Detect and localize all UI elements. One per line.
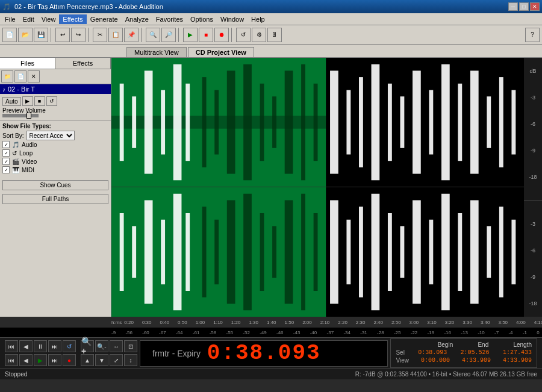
- ruler-3-50: 3:50: [498, 320, 508, 325]
- bt-record-bottom[interactable]: ●: [63, 354, 76, 366]
- volume-thumb[interactable]: [26, 113, 31, 119]
- menu-favorites[interactable]: Favorites: [152, 14, 187, 24]
- stop-button[interactable]: ■: [34, 96, 45, 106]
- zoom-in-h[interactable]: 🔍+: [81, 340, 94, 352]
- db-3-bot: -3: [531, 221, 535, 227]
- svg-rect-26: [458, 84, 462, 161]
- panel-icon-close[interactable]: ✕: [28, 70, 40, 82]
- menu-view[interactable]: View: [38, 14, 60, 24]
- tb-help[interactable]: ?: [525, 28, 540, 42]
- svg-rect-6: [173, 64, 182, 181]
- bt-back[interactable]: ◀: [19, 354, 33, 366]
- zoom-in-v[interactable]: ▲: [81, 354, 94, 366]
- loop-checkbox[interactable]: ✓: [2, 149, 10, 157]
- zoom-fit-v[interactable]: ⤢: [110, 354, 123, 366]
- menu-analyze[interactable]: Analyze: [122, 14, 152, 24]
- tab-multitrack[interactable]: Multitrack View: [126, 47, 187, 57]
- db-h--4: -4: [508, 330, 512, 335]
- bt-pause[interactable]: ⏸: [34, 340, 47, 352]
- tb-mix[interactable]: 🎚: [267, 28, 282, 42]
- bel-view-label: View: [396, 357, 409, 364]
- tb-record[interactable]: ⏺: [214, 28, 229, 42]
- auto-button[interactable]: Auto: [2, 97, 21, 106]
- bt-next[interactable]: ⏭: [48, 354, 61, 366]
- bt-prev[interactable]: ⏮: [5, 354, 18, 366]
- tb-copy[interactable]: 📋: [108, 28, 123, 42]
- svg-rect-29: [499, 77, 503, 167]
- bt-skip-end[interactable]: ⏭: [48, 340, 61, 352]
- menu-generate[interactable]: Generate: [87, 14, 122, 24]
- panel-tab-effects[interactable]: Effects: [55, 58, 111, 69]
- audio-checkbox[interactable]: ✓: [2, 141, 10, 148]
- menu-effects[interactable]: Effects: [59, 14, 86, 24]
- tb-undo[interactable]: ↩: [55, 28, 70, 42]
- db-h--13: -13: [461, 330, 468, 335]
- zoom-norm[interactable]: ↕: [124, 354, 137, 366]
- tb-cut[interactable]: ✂: [93, 28, 107, 42]
- ruler-2-20: 2:20: [338, 320, 347, 325]
- tb-stop[interactable]: ■: [199, 28, 213, 42]
- bt-rewind[interactable]: ◀: [19, 340, 33, 352]
- bt-skip-start[interactable]: ⏮: [5, 340, 18, 352]
- zoom-out-v[interactable]: ▼: [95, 354, 108, 366]
- show-cues-button[interactable]: Show Cues: [2, 180, 108, 190]
- ruler-0-50: 0:50: [178, 320, 187, 325]
- panel-icon-new[interactable]: 📄: [14, 70, 26, 82]
- tb-settings[interactable]: ⚙: [252, 28, 266, 42]
- minimize-button[interactable]: ─: [508, 2, 518, 11]
- svg-rect-27: [470, 70, 479, 173]
- svg-rect-3: [132, 96, 136, 148]
- menu-options[interactable]: Options: [187, 14, 217, 24]
- panel-icon-import[interactable]: 📁: [1, 70, 13, 82]
- loop-icon: ↺: [12, 150, 17, 157]
- zoom-sel[interactable]: ⊡: [124, 340, 137, 352]
- tb-zoom-in[interactable]: 🔍: [146, 28, 160, 42]
- menu-window[interactable]: Window: [217, 14, 248, 24]
- tb-save[interactable]: 💾: [34, 28, 48, 42]
- panel-tab-files[interactable]: Files: [0, 58, 55, 69]
- loop-button[interactable]: ↺: [46, 96, 57, 106]
- file-type-midi: ✓ 🎹 MIDI: [2, 166, 108, 174]
- file-icon: ♪: [2, 86, 5, 93]
- svg-rect-55: [441, 194, 450, 311]
- transport-row1: ⏮ ◀ ⏸ ⏭ ↺: [5, 340, 76, 352]
- db-h--34: -34: [343, 330, 350, 335]
- status-right: R: -7dB @ 0:02.358 44100 • 16-bit • Ster…: [355, 371, 537, 378]
- midi-checkbox[interactable]: ✓: [2, 166, 10, 173]
- tb-sep3: [141, 28, 143, 42]
- audio-icon: 🎵: [12, 142, 19, 148]
- tb-new[interactable]: 📄: [2, 28, 17, 42]
- menu-help[interactable]: Help: [248, 14, 269, 24]
- play-button[interactable]: ▶: [22, 96, 33, 106]
- bt-loop-top[interactable]: ↺: [63, 340, 76, 352]
- time-ruler: h:ms 0:20 0:30 0:40 0:50 1:00 1:10 1:20 …: [0, 317, 542, 328]
- file-entry[interactable]: ♪ 02 - Bir T: [0, 84, 111, 94]
- tb-paste[interactable]: 📌: [124, 28, 139, 42]
- svg-rect-18: [346, 90, 350, 155]
- ruler-inner: h:ms 0:20 0:30 0:40 0:50 1:00 1:10 1:20 …: [111, 320, 524, 325]
- full-paths-button[interactable]: Full Paths: [2, 194, 108, 204]
- tb-open[interactable]: 📂: [18, 28, 33, 42]
- volume-slider[interactable]: [2, 114, 39, 117]
- db-h--1: -1: [523, 330, 527, 335]
- bt-play-bottom[interactable]: ▶: [34, 354, 47, 366]
- tb-play[interactable]: ▶: [183, 28, 198, 42]
- video-checkbox[interactable]: ✓: [2, 158, 10, 165]
- svg-rect-30: [511, 90, 516, 155]
- sort-select[interactable]: Recent Acce: [26, 131, 75, 140]
- tb-loop[interactable]: ↺: [236, 28, 251, 42]
- toolbar: 📄 📂 💾 ↩ ↪ ✂ 📋 📌 🔍 🔎 ▶ ■ ⏺ ↺ ⚙ 🎚 ?: [0, 25, 542, 45]
- ruler-0-30: 0:30: [142, 320, 152, 325]
- tb-redo[interactable]: ↪: [71, 28, 86, 42]
- maximize-button[interactable]: □: [519, 2, 529, 11]
- zoom-out-h[interactable]: 🔍-: [95, 340, 108, 352]
- tb-zoom-out[interactable]: 🔎: [161, 28, 176, 42]
- zoom-full[interactable]: ↔: [110, 340, 123, 352]
- close-button[interactable]: ✕: [530, 2, 540, 11]
- menu-file[interactable]: File: [1, 14, 19, 24]
- svg-rect-49: [359, 207, 363, 297]
- menu-edit[interactable]: Edit: [19, 14, 38, 24]
- tab-cdproject[interactable]: CD Project View: [188, 47, 254, 57]
- db-h--43: -43: [293, 330, 301, 335]
- svg-rect-9: [214, 90, 219, 155]
